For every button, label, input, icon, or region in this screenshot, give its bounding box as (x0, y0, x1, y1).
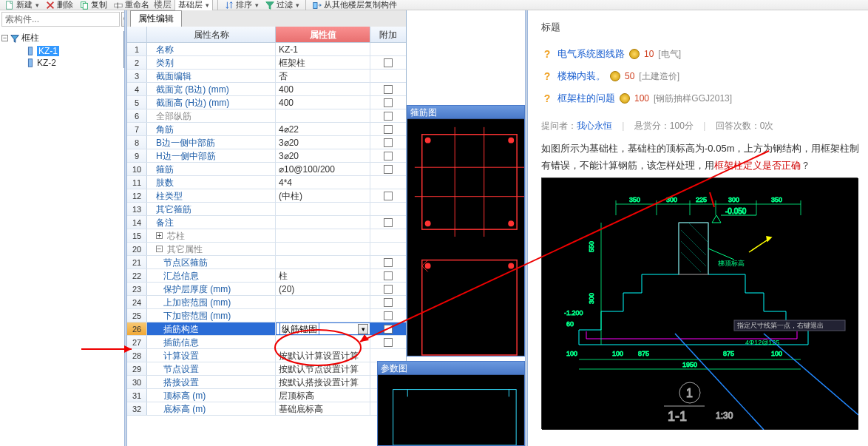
property-row[interactable]: 11肢数4*4 (127, 176, 406, 189)
property-row[interactable]: 32底标高 (m)基础底标高 (127, 402, 406, 416)
property-row[interactable]: 8B边一侧中部筋3⌀20 (127, 136, 406, 149)
property-row[interactable]: 21节点区箍筋 (127, 256, 406, 269)
property-value[interactable]: 400 (276, 96, 370, 109)
property-value[interactable]: 基础底标高 (276, 402, 370, 415)
property-value[interactable]: (20) (276, 283, 370, 295)
checkbox[interactable] (384, 311, 393, 320)
property-row[interactable]: 10箍筋⌀10@100/200 (127, 163, 406, 176)
sort-label: 排序 (236, 0, 252, 10)
property-value[interactable]: 层顶标高 (276, 389, 370, 402)
property-value[interactable] (276, 203, 370, 215)
property-row[interactable]: 24上加密范围 (mm) (127, 296, 406, 309)
stirrup-window-title[interactable]: 箍筋图 (407, 106, 524, 119)
group-toggle[interactable]: − (156, 246, 163, 252)
checkbox[interactable] (384, 271, 393, 280)
expand-icon[interactable]: − (1, 35, 8, 41)
property-value[interactable]: 3⌀20 (276, 149, 370, 162)
property-value[interactable]: 按默认计算设置计算 (276, 349, 370, 362)
property-value[interactable]: 4⌀22 (276, 123, 370, 135)
property-value[interactable]: 4*4 (276, 176, 370, 189)
property-value[interactable]: KZ-1 (276, 43, 370, 55)
property-value[interactable]: 400 (276, 83, 370, 95)
base-layer-dropdown[interactable]: 基础层 (174, 0, 213, 11)
property-row[interactable]: 4截面宽 (B边) (mm)400 (127, 83, 406, 96)
property-row[interactable]: 20−其它属性 (127, 243, 406, 256)
tree-root[interactable]: − 框柱 (1, 31, 125, 45)
checkbox[interactable] (384, 58, 393, 67)
copy-button[interactable]: 复制 (78, 0, 109, 10)
sort-button[interactable]: 排序 (223, 0, 260, 10)
checkbox[interactable] (384, 285, 393, 294)
tree-item-kz2[interactable]: KZ-2 (1, 57, 125, 69)
checkbox[interactable] (384, 165, 393, 174)
checkbox[interactable] (384, 325, 393, 334)
property-value[interactable]: 框架柱 (276, 56, 370, 69)
property-value[interactable] (276, 109, 370, 122)
checkbox[interactable] (384, 192, 393, 200)
question-link[interactable]: 楼梯内装。 (557, 70, 606, 83)
property-row[interactable]: 27插筋信息 (127, 336, 406, 349)
property-value[interactable] (276, 336, 370, 348)
property-value[interactable]: 柱 (276, 269, 370, 282)
property-row[interactable]: 26插筋构造纵筋锚固▾ (127, 322, 406, 336)
property-row[interactable]: 23保护层厚度 (mm)(20) (127, 283, 406, 296)
tree-item-kz1[interactable]: KZ-1 (1, 45, 125, 57)
property-row[interactable]: 6全部纵筋 (127, 109, 406, 123)
group-toggle[interactable]: + (156, 232, 163, 239)
checkbox[interactable] (384, 152, 393, 161)
property-row[interactable]: 25下加密范围 (mm) (127, 309, 406, 322)
property-value[interactable]: 3⌀20 (276, 136, 370, 149)
property-row[interactable]: 13其它箍筋 (127, 203, 406, 216)
property-value[interactable]: 按默认节点设置计算 (276, 362, 370, 375)
checkbox[interactable] (384, 98, 393, 107)
dropdown-button[interactable]: ▾ (358, 324, 368, 334)
checkbox[interactable] (384, 112, 393, 121)
property-row[interactable]: 22汇总信息柱 (127, 269, 406, 283)
property-row[interactable]: 3截面编辑否 (127, 70, 406, 83)
property-row[interactable]: 14备注 (127, 216, 406, 229)
property-row[interactable]: 28计算设置按默认计算设置计算 (127, 349, 406, 362)
checkbox[interactable] (384, 298, 393, 307)
property-row[interactable]: 12柱类型(中柱) (127, 189, 406, 203)
property-row[interactable]: 2类别框架柱 (127, 56, 406, 70)
checkbox[interactable] (384, 85, 393, 94)
property-value[interactable]: ⌀10@100/200 (276, 163, 370, 175)
copy-from-button[interactable]: 从其他楼层复制构件 (311, 0, 399, 10)
property-row[interactable]: 15+芯柱 (127, 229, 406, 243)
question-link[interactable]: 电气系统图线路 (557, 47, 625, 61)
checkbox[interactable] (384, 125, 393, 134)
checkbox[interactable] (384, 218, 393, 227)
checkbox[interactable] (384, 258, 393, 267)
checkbox[interactable] (384, 338, 393, 347)
filter-button[interactable]: 过滤 (263, 0, 301, 10)
property-row[interactable]: 5截面高 (H边) (mm)400 (127, 96, 406, 109)
tab-property-edit[interactable]: 属性编辑 (130, 10, 182, 27)
checkbox[interactable] (384, 138, 393, 147)
splitter[interactable] (525, 10, 528, 446)
property-value[interactable]: 纵筋锚固▾ (276, 322, 370, 335)
search-input[interactable] (1, 12, 120, 27)
property-value[interactable]: (中柱) (276, 189, 370, 202)
question-link[interactable]: 框架柱的问题 (557, 92, 615, 105)
property-value[interactable] (276, 243, 370, 255)
property-value[interactable] (276, 216, 370, 229)
delete-button[interactable]: 删除 (44, 0, 75, 10)
property-row[interactable]: 30搭接设置按默认搭接设置计算 (127, 376, 406, 389)
property-row[interactable]: 7角筋4⌀22 (127, 123, 406, 136)
property-value[interactable]: 否 (276, 70, 370, 82)
property-row[interactable]: 29节点设置按默认节点设置计算 (127, 362, 406, 376)
param-window-title[interactable]: 参数图 (378, 362, 524, 375)
property-value[interactable]: 按默认搭接设置计算 (276, 376, 370, 388)
property-row[interactable]: 31顶标高 (m)层顶标高 (127, 389, 406, 402)
property-value[interactable] (276, 256, 370, 268)
property-row[interactable]: 9H边一侧中部筋3⌀20 (127, 149, 406, 163)
new-button[interactable]: 新建 (3, 0, 41, 10)
asker-link[interactable]: 我心永恒 (577, 121, 612, 131)
param-diagram-window[interactable]: 参数图 (377, 361, 525, 446)
stirrup-diagram-window[interactable]: 箍筋图 (407, 105, 525, 357)
rename-button[interactable]: 重命名 (112, 0, 151, 10)
property-value[interactable] (276, 296, 370, 308)
property-row[interactable]: 1名称KZ-1 (127, 43, 406, 56)
property-value[interactable] (276, 229, 370, 242)
property-value[interactable] (276, 309, 370, 322)
